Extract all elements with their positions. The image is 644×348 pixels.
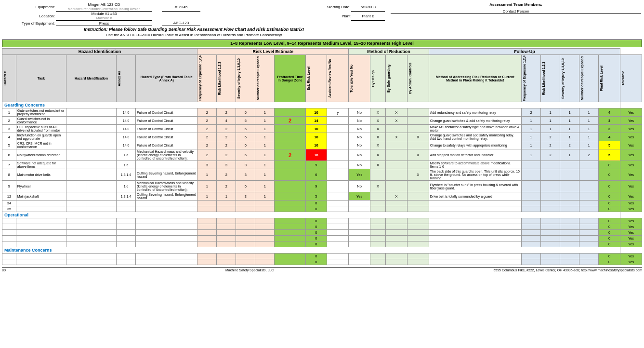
col-by-admin: By Admin. Controls <box>407 55 429 102</box>
col-hazard-type: Hazard Type (From Hazard Table Annex A) <box>136 55 197 102</box>
equipment-id-value: ABC-123 <box>162 21 200 26</box>
page: Equipment: Minger AB-123-CD Manufacturer… <box>0 0 644 274</box>
contact-label: Contact Person <box>391 9 641 14</box>
risk-estimate-header: Risk Level Estimate <box>197 49 349 55</box>
col-accident: Accident Review Yes/No <box>327 55 349 102</box>
table-row: 5 CR2, CR3, MCR not in conformance 14.0 … <box>2 141 642 149</box>
plant-value: Plant B <box>351 12 385 21</box>
col-final-risk: Final Risk Level <box>599 55 620 102</box>
col-likelihood: Risk Likelihood 1,2,3 <box>217 55 236 102</box>
col-likelihood2: Risk Likelihood 1,2,3 <box>541 55 560 102</box>
assessment-team-label: Assessment Team Members: <box>391 2 641 7</box>
table-row: 4 Inch function on guards open not appro… <box>2 133 642 141</box>
main-table: Hazard Identification Risk Level Estimat… <box>2 48 642 265</box>
equipment-value: Minger AB-123-CD Manufacturer / Model/Ge… <box>56 2 152 12</box>
table-row: 0 0 Yes <box>2 230 642 236</box>
equipment-label: Equipment: <box>3 2 56 12</box>
table-row: 34 0 0 Yes <box>2 201 642 206</box>
col-freq: Frequency of Exposure 1,2,4 <box>197 55 217 102</box>
location-label: Location: <box>3 12 56 21</box>
table-row: 6 No flywheel motion detection 1.d Mecha… <box>2 149 642 161</box>
col-protracted: Protracted Time in Danger Zone <box>275 55 305 102</box>
header-right: Assessment Team Members: Contact Person <box>386 2 642 39</box>
instruction2: Use the ANSI B11.0-2010 Hazard Table to … <box>3 33 385 37</box>
table-row: 0 0 Yes <box>2 218 642 224</box>
method-header: Method of Reduction <box>349 49 429 55</box>
company-name: Machine Safety Specialists, LLC <box>225 268 274 272</box>
col-task: Task <box>16 55 66 102</box>
starting-date-value: 5/1/2003 <box>351 2 385 12</box>
col-by-design: By Design <box>370 55 386 102</box>
section-maintenance: Maintenance Concerns <box>2 247 620 254</box>
col-freq2: Frequency of Exposure 1,2,4 <box>521 55 540 102</box>
type-label: Type of Equipment: <box>3 21 56 26</box>
company-address: 5595 Columbus Pike, #222, Lewis Center, … <box>493 268 642 272</box>
table-row: 35 0 0 Yes <box>2 206 642 212</box>
header-info: Equipment: Minger AB-123-CD Manufacturer… <box>3 2 385 26</box>
section-guarding: Guarding Concerns <box>2 102 620 108</box>
header-table: Equipment: Minger AB-123-CD Manufacturer… <box>2 2 642 39</box>
header-left: Equipment: Minger AB-123-CD Manufacturer… <box>2 2 386 39</box>
col-num: Hazard # <box>2 55 16 102</box>
col-num-people: Number of People Exposed <box>255 55 275 102</box>
col-method-text: Method of Addressing Risk Reduction or C… <box>429 55 521 102</box>
type-value: Press <box>56 21 152 26</box>
col-severity2: Severity of Injury 1,3,6,10 <box>560 55 579 102</box>
row-num: 1 <box>2 108 16 117</box>
table-row: 0 0 Yes <box>2 259 642 265</box>
location-value: Module #1 #33 Machine # <box>56 12 152 21</box>
col-by-safeguard: By Safe-guarding <box>386 55 407 102</box>
hazard-id-header: Hazard Identification <box>2 49 197 55</box>
col-severity: Severity of Injury 1,3,6,10 <box>236 55 255 102</box>
col-tolerable: Tolerable Yes/ No <box>349 55 370 102</box>
id-value: #12345 <box>162 2 200 12</box>
table-row: 12 Main jackshaft 1.3 1.4 Cutting Severi… <box>2 192 642 201</box>
table-row: 7 Software not adequate for above items … <box>2 161 642 169</box>
col-annex: Annex A# <box>117 55 136 102</box>
row-task: Gate switches not redundant or properly … <box>16 108 66 117</box>
risk-level-header: 1–8 Represents Low Level, 9–14 Represent… <box>2 40 642 47</box>
table-row: 1 Gate switches not redundant or properl… <box>2 108 642 117</box>
col-risk-level: Est. Risk Level <box>305 55 327 102</box>
instruction1: Instruction: Please follow Safe Guarding… <box>3 27 385 32</box>
table-row: 8 Main motor drive belts 1.3 1.4 Cutting… <box>2 169 642 181</box>
plant-label: Plant <box>210 12 351 21</box>
page-num: 80 <box>2 268 6 272</box>
table-row: 2 Guard switches not in conformance 14.0… <box>2 117 642 125</box>
table-row: 3 D.C. capacitive buss of AC drive not i… <box>2 125 642 133</box>
table-row: 9 Flywheel 1.d Mechanical Hazard-mass an… <box>2 181 642 192</box>
section-operational: Operational <box>2 212 620 218</box>
starting-date-label: Starting Date: <box>210 2 351 12</box>
table-row: 0 0 Yes <box>2 241 642 247</box>
table-row: 0 0 Yes <box>2 236 642 241</box>
table-row: 0 0 Yes <box>2 224 642 230</box>
col-tolerable2: Tolerable <box>620 55 642 102</box>
footer: 80 Machine Safety Specialists, LLC 5595 … <box>2 267 642 272</box>
col-num-people2: Number of People Exposed <box>579 55 599 102</box>
table-row: 0 0 Yes <box>2 254 642 259</box>
followup-header: Follow-Up <box>429 49 620 55</box>
col-hazard-identification: Hazard Identification <box>66 55 116 102</box>
